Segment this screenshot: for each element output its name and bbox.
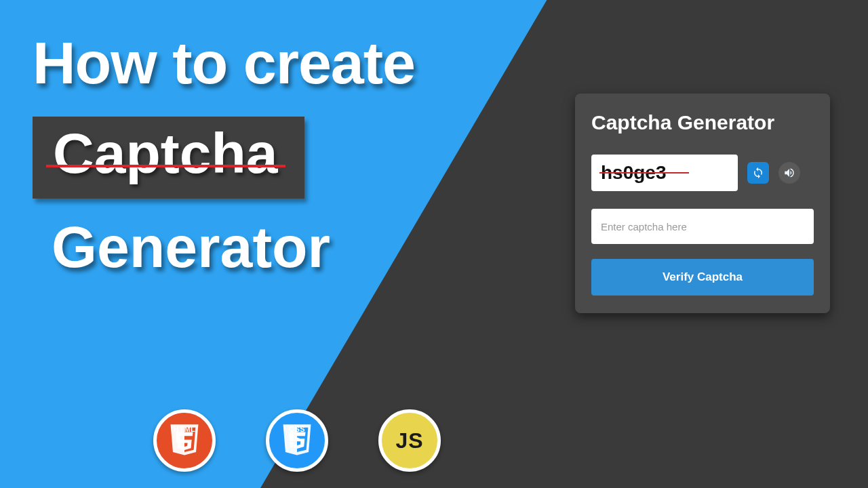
css3-badge: CSS [266, 409, 328, 472]
widget-title: Captcha Generator [591, 111, 814, 134]
captcha-input[interactable] [591, 209, 814, 244]
captcha-strikethrough [599, 172, 689, 174]
hero-line-3: Generator [33, 214, 415, 281]
css3-badge-label: CSS [289, 425, 305, 433]
hero-boxed-word: Captcha [33, 117, 304, 199]
strikethrough-line [46, 165, 285, 167]
hero-boxed-text: Captcha [53, 121, 277, 185]
hero-line-1: How to create [33, 28, 415, 98]
play-audio-button[interactable] [778, 162, 800, 184]
verify-captcha-button[interactable]: Verify Captcha [591, 259, 814, 296]
html5-badge: HTML [153, 409, 216, 472]
captcha-display-row: hs0ge3 [591, 155, 814, 191]
tech-badges-row: HTML CSS JS [153, 409, 441, 472]
js-badge-label: JS [395, 428, 423, 453]
captcha-display: hs0ge3 [591, 155, 738, 191]
html5-badge-label: HTML [174, 425, 196, 433]
hero-title-block: How to create Captcha Generator [33, 28, 415, 281]
speaker-icon [783, 167, 795, 179]
captcha-widget-card: Captcha Generator hs0ge3 Verify Captcha [575, 94, 830, 313]
refresh-captcha-button[interactable] [747, 162, 769, 184]
refresh-icon [752, 167, 764, 179]
js-badge: JS [378, 409, 441, 472]
captcha-input-row [591, 209, 814, 244]
